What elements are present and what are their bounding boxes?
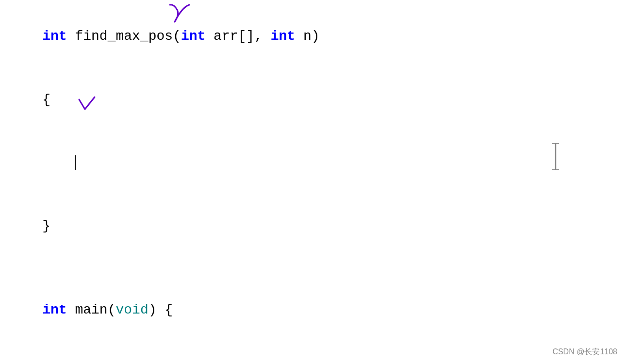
- code-line-6: int main(void) {: [10, 279, 616, 342]
- keyword-int-4: int: [42, 302, 66, 317]
- code-line-7: int a = 10;: [10, 342, 616, 364]
- keyword-void: void: [115, 302, 148, 317]
- code-line-2: {: [10, 68, 616, 131]
- keyword-int-3: int: [271, 29, 295, 44]
- keyword-int-2: int: [181, 29, 205, 44]
- code-editor: int find_max_pos(int arr[], int n) { } i…: [0, 0, 626, 364]
- keyword-int-1: int: [42, 29, 66, 44]
- i-beam-cursor-icon: [548, 143, 563, 170]
- text-cursor-pointer: [548, 143, 563, 173]
- code-line-3: [10, 131, 616, 194]
- code-line-1: int find_max_pos(int arr[], int n): [10, 5, 616, 68]
- code-text: main(: [67, 302, 116, 317]
- code-text: find_max_pos(: [67, 29, 181, 44]
- watermark: CSDN @长安1108: [552, 346, 617, 358]
- code-line-5: [10, 258, 616, 279]
- code-text: n): [295, 29, 319, 44]
- text-cursor: [75, 155, 76, 170]
- code-text: {: [42, 92, 50, 107]
- code-text: }: [42, 218, 50, 233]
- code-line-4: }: [10, 195, 616, 258]
- code-text: ) {: [148, 302, 173, 317]
- code-text: [42, 155, 75, 170]
- code-text: arr[],: [205, 29, 270, 44]
